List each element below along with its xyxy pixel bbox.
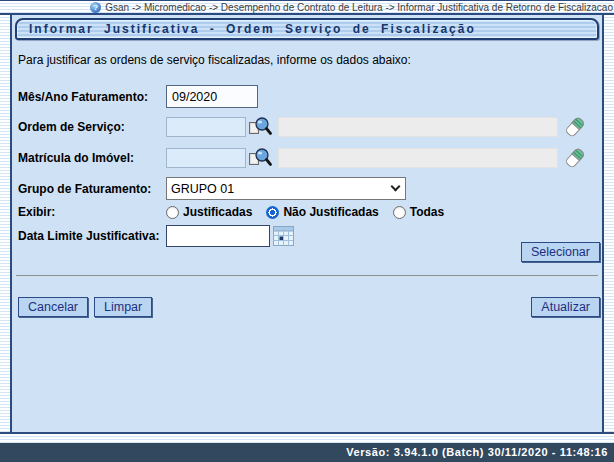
breadcrumb-bar: ? Gsan -> Micromedicao -> Desempenho de …: [0, 0, 614, 15]
data-limite-label: Data Limite Justificativa:: [18, 229, 166, 243]
matricula-label: Matrícula do Imóvel:: [18, 151, 166, 165]
row-selecionar: Selecionar: [12, 242, 602, 262]
help-icon[interactable]: ?: [90, 2, 101, 13]
radio-justificadas-label: Justificadas: [183, 205, 252, 219]
page-title: Informar Justificativa - Ordem Serviço d…: [15, 18, 599, 40]
intro-text: Para justificar as ordens de serviço fis…: [18, 53, 602, 67]
matricula-description: [278, 148, 558, 168]
calendar-icon[interactable]: [273, 226, 294, 246]
cancelar-button[interactable]: Cancelar: [18, 297, 88, 317]
row-grupo: Grupo de Faturamento: GRUPO 01: [12, 177, 602, 200]
mes-ano-label: Mês/Ano Faturamento:: [18, 90, 166, 104]
left-frame-stripe: [0, 15, 12, 432]
row-matricula: Matrícula do Imóvel:: [12, 146, 602, 170]
breadcrumb: Gsan -> Micromedicao -> Desempenho de Co…: [105, 2, 613, 13]
mes-ano-input[interactable]: [166, 85, 258, 108]
row-mes-ano: Mês/Ano Faturamento:: [12, 85, 602, 108]
selecionar-button[interactable]: Selecionar: [521, 242, 600, 262]
radio-nao-justificadas[interactable]: [266, 206, 279, 219]
actions-row: Cancelar Limpar Atualizar: [12, 297, 602, 317]
radio-justificadas[interactable]: [166, 206, 179, 219]
row-ordem-servico: Ordem de Serviço:: [12, 115, 602, 139]
divider: [16, 275, 598, 276]
atualizar-button[interactable]: Atualizar: [531, 297, 600, 317]
grupo-faturamento-select[interactable]: GRUPO 01: [166, 177, 406, 200]
gsan-window: ? Gsan -> Micromedicao -> Desempenho de …: [0, 0, 614, 462]
ordem-servico-input[interactable]: [166, 117, 246, 137]
grupo-label: Grupo de Faturamento:: [18, 182, 166, 196]
version-text: Versão: 3.94.1.0 (Batch) 30/11/2020 - 11…: [346, 446, 608, 458]
radio-todas-label: Todas: [410, 205, 444, 219]
data-limite-input[interactable]: [166, 225, 270, 247]
bottom-frame-stripe: [0, 434, 614, 443]
right-frame-stripe: [602, 15, 614, 432]
radio-nao-justificadas-label: Não Justificadas: [283, 205, 378, 219]
limpar-button[interactable]: Limpar: [94, 297, 152, 317]
ordem-servico-label: Ordem de Serviço:: [18, 120, 166, 134]
eraser-icon[interactable]: [564, 115, 586, 139]
search-icon[interactable]: [248, 116, 272, 138]
select-value: GRUPO 01: [171, 182, 234, 196]
left-button-group: Cancelar Limpar: [18, 297, 152, 317]
chevron-down-icon: [391, 182, 401, 192]
row-exibir: Exibir: Justificadas Não Justificadas To…: [12, 205, 602, 219]
main-content: Informar Justificativa - Ordem Serviço d…: [12, 15, 602, 432]
eraser-icon[interactable]: [564, 146, 586, 170]
ordem-servico-description: [278, 117, 558, 137]
radio-todas[interactable]: [393, 206, 406, 219]
version-bar: Versão: 3.94.1.0 (Batch) 30/11/2020 - 11…: [0, 443, 614, 462]
matricula-input[interactable]: [166, 148, 246, 168]
exibir-label: Exibir:: [18, 205, 166, 219]
search-icon[interactable]: [248, 147, 272, 169]
